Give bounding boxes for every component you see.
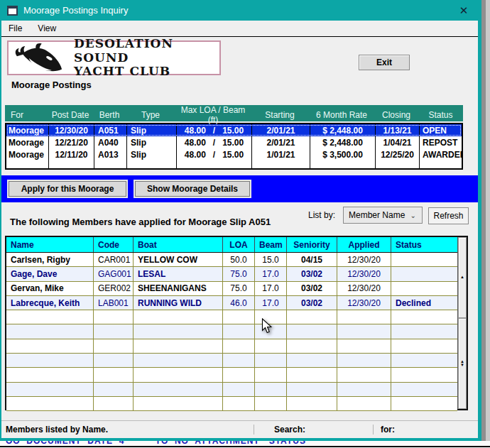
table-row-empty[interactable] xyxy=(6,397,457,411)
menu-view[interactable]: View xyxy=(36,22,58,35)
applicants-heading: The following Members have applied for M… xyxy=(10,217,271,227)
window-title: Moorage Postings Inquiry xyxy=(23,5,128,16)
club-name: DESOLATION SOUND YACHT CLUB xyxy=(74,37,219,79)
screen: Moorage Postings Inquiry ✕ File View DES… xyxy=(0,0,490,448)
table-row-empty[interactable] xyxy=(6,339,457,354)
window-icon xyxy=(7,6,18,16)
table-row[interactable]: Carlsen, Rigby CAR001 YELLOW COW 50.0 15… xyxy=(6,253,457,267)
scrollbar-page-up[interactable]: ▲ xyxy=(458,237,467,318)
exit-button[interactable]: Exit xyxy=(359,55,410,70)
scroll-up-icon: ▲ xyxy=(460,275,464,279)
background-window-strip: OO DOCUMENT DATE 4 TO NO ATTACHMENT STAT… xyxy=(0,441,490,448)
table-row-empty[interactable] xyxy=(6,354,457,368)
club-logo: DESOLATION SOUND YACHT CLUB xyxy=(7,40,221,75)
title-bar[interactable]: Moorage Postings Inquiry ✕ xyxy=(1,0,478,21)
list-by-dropdown[interactable]: Member Name ⌄ xyxy=(343,207,423,224)
applicants-header-row: Name Code Boat LOA Beam Seniority Applie… xyxy=(6,237,457,253)
menu-bar: File View xyxy=(1,21,478,37)
table-row[interactable]: Labrecque, Keith LAB001 RUNNING WILD 46.… xyxy=(6,296,457,310)
table-row[interactable]: Gervan, Mike GER002 SHEENANIGANS 75.0 17… xyxy=(6,282,457,296)
list-by-value: Member Name xyxy=(349,210,405,220)
scrollbar-page-down[interactable]: ▲ ▼ xyxy=(458,318,467,409)
status-bar: Members listed by Name. Search: for: xyxy=(1,420,478,438)
background-divider-line xyxy=(0,446,490,447)
page-title: Moorage Postings xyxy=(11,80,92,90)
show-details-button[interactable]: Show Moorage Details xyxy=(135,181,250,197)
table-row[interactable]: Gage, Dave GAG001 LESAL 75.0 17.0 03/02 … xyxy=(6,267,457,281)
table-row-empty[interactable] xyxy=(6,324,457,339)
window-shadow xyxy=(481,0,486,444)
table-row[interactable]: Moorage 12/11/20 A013 Slip 48.00 / 15.00… xyxy=(6,148,462,160)
app-window: Moorage Postings Inquiry ✕ File View DES… xyxy=(0,0,481,441)
postings-header-row: For Post Date Berth Type Max LOA / Beam … xyxy=(5,105,463,121)
postings-table: For Post Date Berth Type Max LOA / Beam … xyxy=(5,105,463,170)
chevron-down-icon: ⌄ xyxy=(410,212,416,219)
table-row-selected[interactable]: Moorage 12/30/20 A051 Slip 48.00 / 15.00… xyxy=(6,124,462,136)
scroll-down-small-icon: ▼ xyxy=(460,364,464,367)
menu-file[interactable]: File xyxy=(7,22,23,35)
apply-moorage-button[interactable]: Apply for this Moorage xyxy=(9,181,126,197)
close-icon[interactable]: ✕ xyxy=(455,4,472,17)
orca-icon xyxy=(9,43,74,74)
list-by-label: List by: xyxy=(308,210,335,220)
applicants-body: Carlsen, Rigby CAR001 YELLOW COW 50.0 15… xyxy=(6,253,457,411)
refresh-button[interactable]: Refresh xyxy=(428,207,469,224)
table-row-empty[interactable] xyxy=(6,310,457,324)
vertical-scrollbar[interactable]: ▲ ▲ ▼ xyxy=(457,237,467,409)
table-row-empty[interactable] xyxy=(6,368,457,382)
postings-body: Moorage 12/30/20 A051 Slip 48.00 / 15.00… xyxy=(5,123,463,170)
table-row[interactable]: Moorage 12/21/20 A040 Slip 48.00 / 15.00… xyxy=(6,136,462,148)
applicants-table: Name Code Boat LOA Beam Seniority Applie… xyxy=(5,236,468,410)
table-row-empty[interactable] xyxy=(6,383,457,397)
status-search-label: Search: xyxy=(254,425,373,435)
status-for-label: for: xyxy=(373,425,478,435)
action-bar: Apply for this Moorage Show Moorage Deta… xyxy=(1,175,478,202)
table-row-empty xyxy=(6,160,462,168)
background-window-clipped-text: OO DOCUMENT DATE 4 TO NO ATTACHMENT STAT… xyxy=(6,441,489,446)
status-message: Members listed by Name. xyxy=(1,425,254,435)
